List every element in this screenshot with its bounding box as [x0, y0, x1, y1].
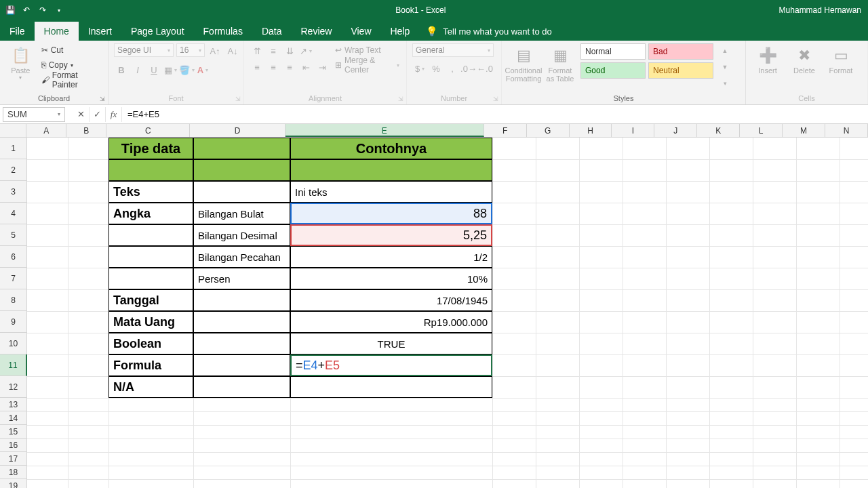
cell-E8[interactable]: 17/08/1945	[290, 289, 492, 311]
select-all-corner[interactable]	[0, 124, 26, 137]
row-header-19[interactable]: 19	[0, 479, 27, 488]
col-header-H[interactable]: H	[570, 124, 612, 137]
cell-C6[interactable]	[108, 246, 193, 268]
col-header-N[interactable]: N	[825, 124, 868, 137]
row-header-7[interactable]: 7	[0, 268, 27, 289]
orientation-icon[interactable]: ↗	[298, 43, 313, 58]
row-header-6[interactable]: 6	[0, 246, 27, 268]
col-header-J[interactable]: J	[654, 124, 697, 137]
col-header-C[interactable]: C	[106, 124, 190, 137]
cell-C9[interactable]: Mata Uang	[108, 311, 193, 333]
border-button[interactable]: ▦	[163, 62, 178, 77]
cancel-icon[interactable]: ✕	[73, 107, 90, 122]
cell-C2[interactable]	[108, 159, 193, 181]
tab-data[interactable]: Data	[252, 22, 292, 41]
alignment-launcher-icon[interactable]: ⇲	[397, 95, 405, 103]
align-bottom-icon[interactable]: ⇊	[282, 43, 297, 58]
font-name-select[interactable]: Segoe UI	[114, 43, 174, 57]
row-header-17[interactable]: 17	[0, 452, 27, 466]
fill-color-button[interactable]: 🪣	[179, 62, 194, 77]
style-more-icon[interactable]: ▾	[717, 76, 732, 91]
align-left-icon[interactable]: ≡	[250, 60, 264, 75]
inc-decimal-icon[interactable]: .0→	[461, 61, 476, 76]
align-middle-icon[interactable]: ≡	[266, 43, 281, 58]
row-header-15[interactable]: 15	[0, 425, 27, 439]
cell-E9[interactable]: Rp19.000.000	[290, 311, 492, 333]
insert-cells-button[interactable]: ➕Insert	[751, 43, 784, 75]
tab-page-layout[interactable]: Page Layout	[121, 22, 194, 41]
worksheet[interactable]: ABCDEFGHIJKLMN 1234567891011121314151617…	[0, 124, 868, 488]
col-header-I[interactable]: I	[612, 124, 654, 137]
indent-inc-icon[interactable]: ⇥	[315, 60, 330, 75]
style-up-icon[interactable]: ▲	[717, 43, 732, 58]
row-header-18[interactable]: 18	[0, 466, 27, 479]
comma-icon[interactable]: ,	[445, 61, 460, 76]
cell-E1[interactable]: Contohnya	[290, 138, 492, 159]
cell-D2[interactable]	[193, 159, 290, 181]
row-header-2[interactable]: 2	[0, 159, 27, 181]
col-header-G[interactable]: G	[527, 124, 570, 137]
col-header-D[interactable]: D	[190, 124, 285, 137]
font-size-select[interactable]: 16	[176, 43, 205, 57]
wrap-text-button[interactable]: ↩Wrap Text	[334, 43, 401, 57]
cell-D11[interactable]	[193, 354, 290, 376]
row-header-14[interactable]: 14	[0, 411, 27, 425]
cell-C5[interactable]	[108, 224, 193, 246]
col-header-B[interactable]: B	[66, 124, 106, 137]
row-header-16[interactable]: 16	[0, 439, 27, 452]
cell-C12[interactable]: N/A	[108, 376, 193, 398]
font-color-button[interactable]: A	[195, 62, 210, 77]
style-normal[interactable]: Normal	[580, 43, 646, 60]
style-good[interactable]: Good	[580, 62, 646, 79]
cell-C10[interactable]: Boolean	[108, 333, 193, 354]
cell-D6[interactable]: Bilangan Pecahan	[193, 246, 290, 268]
tab-home[interactable]: Home	[35, 22, 79, 41]
cell-E6[interactable]: 1/2	[290, 246, 492, 268]
tab-view[interactable]: View	[341, 22, 380, 41]
cell-C11[interactable]: Formula	[108, 354, 193, 376]
cell-C3[interactable]: Teks	[108, 181, 193, 203]
align-center-icon[interactable]: ≡	[266, 60, 281, 75]
cell-E10[interactable]: TRUE	[290, 333, 492, 354]
cell-E4[interactable]: 88	[290, 203, 492, 224]
cell-D5[interactable]: Bilangan Desimal	[193, 224, 290, 246]
underline-button[interactable]: U	[146, 62, 161, 77]
cell-C8[interactable]: Tanggal	[108, 289, 193, 311]
redo-icon[interactable]: ↷	[38, 5, 47, 15]
cell-D7[interactable]: Persen	[193, 268, 290, 289]
italic-button[interactable]: I	[130, 62, 145, 77]
cell-C7[interactable]	[108, 268, 193, 289]
col-header-M[interactable]: M	[783, 124, 825, 137]
style-down-icon[interactable]: ▼	[717, 60, 732, 75]
cell-C1[interactable]: Tipe data	[108, 138, 193, 159]
enter-icon[interactable]: ✓	[90, 107, 106, 122]
undo-icon[interactable]: ↶	[22, 5, 31, 15]
col-header-F[interactable]: F	[484, 124, 527, 137]
tab-file[interactable]: File	[0, 22, 35, 41]
col-header-L[interactable]: L	[740, 124, 783, 137]
save-icon[interactable]: 💾	[5, 5, 15, 15]
user-name[interactable]: Muhammad Hernawan	[772, 5, 868, 15]
indent-dec-icon[interactable]: ⇤	[298, 60, 313, 75]
cut-button[interactable]: ✂Cut	[40, 43, 102, 57]
row-header-12[interactable]: 12	[0, 376, 27, 398]
fx-icon[interactable]: fx	[106, 107, 122, 122]
format-as-table-button[interactable]: ▦ Format as Table	[544, 43, 576, 83]
format-cells-button[interactable]: ▭Format	[825, 43, 857, 75]
row-header-5[interactable]: 5	[0, 224, 27, 246]
row-header-8[interactable]: 8	[0, 289, 27, 311]
cell-C4[interactable]: Angka	[108, 203, 193, 224]
tell-me[interactable]: 💡 Tell me what you want to do	[419, 22, 558, 41]
customize-qat-icon[interactable]: ▾	[54, 5, 64, 15]
number-launcher-icon[interactable]: ⇲	[492, 95, 500, 103]
accounting-icon[interactable]: $	[412, 61, 427, 76]
number-format-select[interactable]: General	[412, 43, 494, 57]
row-header-4[interactable]: 4	[0, 203, 27, 224]
col-header-A[interactable]: A	[26, 124, 66, 137]
conditional-formatting-button[interactable]: ▤ Conditional Formatting	[507, 43, 540, 83]
row-header-10[interactable]: 10	[0, 333, 27, 354]
tab-help[interactable]: Help	[381, 22, 420, 41]
copy-button[interactable]: ⎘Copy▾	[40, 58, 102, 72]
clipboard-launcher-icon[interactable]: ⇲	[98, 95, 106, 103]
paste-button[interactable]: 📋 Paste ▾	[5, 43, 36, 81]
